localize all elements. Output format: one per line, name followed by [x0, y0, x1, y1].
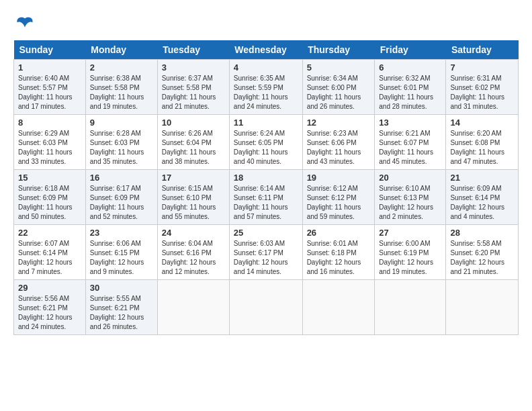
day-number: 6 [379, 62, 441, 73]
day-info: Sunrise: 6:38 AM Sunset: 5:58 PM Dayligh… [90, 74, 153, 111]
day-number: 29 [18, 283, 81, 293]
day-info: Sunrise: 6:40 AM Sunset: 5:57 PM Dayligh… [18, 74, 81, 111]
day-number: 3 [162, 62, 225, 73]
day-number: 25 [234, 228, 298, 238]
calendar-cell: 7Sunrise: 6:31 AM Sunset: 6:02 PM Daylig… [446, 60, 519, 115]
day-number: 1 [18, 62, 81, 73]
calendar-cell: 6Sunrise: 6:32 AM Sunset: 6:01 PM Daylig… [375, 60, 446, 115]
calendar-week-1: 1Sunrise: 6:40 AM Sunset: 5:57 PM Daylig… [14, 60, 519, 115]
day-number: 27 [379, 228, 441, 238]
day-number: 23 [90, 228, 153, 238]
day-info: Sunrise: 6:10 AM Sunset: 6:13 PM Dayligh… [379, 184, 441, 222]
day-number: 5 [307, 62, 371, 73]
calendar-week-4: 22Sunrise: 6:07 AM Sunset: 6:14 PM Dayli… [14, 225, 519, 280]
calendar-cell: 13Sunrise: 6:21 AM Sunset: 6:07 PM Dayli… [375, 115, 446, 170]
day-number: 26 [307, 228, 371, 238]
day-number: 4 [234, 62, 298, 73]
day-number: 8 [18, 118, 81, 128]
calendar-cell: 28Sunrise: 5:58 AM Sunset: 6:20 PM Dayli… [446, 225, 519, 280]
day-info: Sunrise: 5:56 AM Sunset: 6:21 PM Dayligh… [18, 294, 81, 332]
logo [13, 13, 35, 34]
day-number: 15 [18, 173, 81, 183]
day-info: Sunrise: 6:12 AM Sunset: 6:12 PM Dayligh… [307, 184, 371, 222]
day-info: Sunrise: 6:15 AM Sunset: 6:10 PM Dayligh… [162, 184, 225, 222]
day-info: Sunrise: 6:07 AM Sunset: 6:14 PM Dayligh… [18, 239, 81, 277]
calendar-cell: 18Sunrise: 6:14 AM Sunset: 6:11 PM Dayli… [229, 170, 302, 225]
calendar-cell: 15Sunrise: 6:18 AM Sunset: 6:09 PM Dayli… [14, 170, 86, 225]
day-number: 18 [234, 173, 298, 183]
day-number: 21 [450, 173, 514, 183]
page-header [13, 13, 519, 34]
calendar-cell: 2Sunrise: 6:38 AM Sunset: 5:58 PM Daylig… [85, 60, 157, 115]
day-info: Sunrise: 6:06 AM Sunset: 6:15 PM Dayligh… [90, 239, 153, 277]
calendar-cell: 1Sunrise: 6:40 AM Sunset: 5:57 PM Daylig… [14, 60, 86, 115]
calendar-cell: 12Sunrise: 6:23 AM Sunset: 6:06 PM Dayli… [302, 115, 375, 170]
calendar-cell: 17Sunrise: 6:15 AM Sunset: 6:10 PM Dayli… [157, 170, 229, 225]
day-number: 13 [379, 118, 441, 128]
calendar-cell: 8Sunrise: 6:29 AM Sunset: 6:03 PM Daylig… [14, 115, 86, 170]
day-header-sunday: Sunday [14, 40, 86, 60]
calendar-cell: 26Sunrise: 6:01 AM Sunset: 6:18 PM Dayli… [302, 225, 375, 280]
calendar-cell: 19Sunrise: 6:12 AM Sunset: 6:12 PM Dayli… [302, 170, 375, 225]
calendar-cell: 14Sunrise: 6:20 AM Sunset: 6:08 PM Dayli… [446, 115, 519, 170]
day-number: 28 [450, 228, 514, 238]
calendar-cell: 9Sunrise: 6:28 AM Sunset: 6:03 PM Daylig… [85, 115, 157, 170]
calendar-cell: 27Sunrise: 6:00 AM Sunset: 6:19 PM Dayli… [375, 225, 446, 280]
calendar-cell: 16Sunrise: 6:17 AM Sunset: 6:09 PM Dayli… [85, 170, 157, 225]
calendar-cell: 21Sunrise: 6:09 AM Sunset: 6:14 PM Dayli… [446, 170, 519, 225]
day-header-saturday: Saturday [446, 40, 519, 60]
calendar-cell: 11Sunrise: 6:24 AM Sunset: 6:05 PM Dayli… [229, 115, 302, 170]
day-info: Sunrise: 6:04 AM Sunset: 6:16 PM Dayligh… [162, 239, 225, 277]
day-info: Sunrise: 6:28 AM Sunset: 6:03 PM Dayligh… [90, 129, 153, 167]
day-info: Sunrise: 6:35 AM Sunset: 5:59 PM Dayligh… [234, 74, 298, 111]
calendar-cell: 10Sunrise: 6:26 AM Sunset: 6:04 PM Dayli… [157, 115, 229, 170]
day-number: 30 [90, 283, 153, 293]
day-header-thursday: Thursday [302, 40, 375, 60]
day-info: Sunrise: 5:55 AM Sunset: 6:21 PM Dayligh… [90, 294, 153, 332]
calendar-cell [229, 280, 302, 335]
calendar-table: SundayMondayTuesdayWednesdayThursdayFrid… [13, 40, 519, 335]
day-number: 24 [162, 228, 225, 238]
calendar-cell: 25Sunrise: 6:03 AM Sunset: 6:17 PM Dayli… [229, 225, 302, 280]
calendar-cell: 24Sunrise: 6:04 AM Sunset: 6:16 PM Dayli… [157, 225, 229, 280]
day-info: Sunrise: 6:18 AM Sunset: 6:09 PM Dayligh… [18, 184, 81, 222]
day-info: Sunrise: 6:21 AM Sunset: 6:07 PM Dayligh… [379, 129, 441, 167]
calendar-week-3: 15Sunrise: 6:18 AM Sunset: 6:09 PM Dayli… [14, 170, 519, 225]
calendar-cell: 22Sunrise: 6:07 AM Sunset: 6:14 PM Dayli… [14, 225, 86, 280]
day-number: 11 [234, 118, 298, 128]
day-header-wednesday: Wednesday [229, 40, 302, 60]
calendar-cell: 3Sunrise: 6:37 AM Sunset: 5:58 PM Daylig… [157, 60, 229, 115]
day-number: 10 [162, 118, 225, 128]
logo-bird-icon [15, 13, 35, 34]
day-info: Sunrise: 6:23 AM Sunset: 6:06 PM Dayligh… [307, 129, 371, 167]
day-info: Sunrise: 6:01 AM Sunset: 6:18 PM Dayligh… [307, 239, 371, 277]
day-header-monday: Monday [85, 40, 157, 60]
day-number: 16 [90, 173, 153, 183]
calendar-cell: 20Sunrise: 6:10 AM Sunset: 6:13 PM Dayli… [375, 170, 446, 225]
day-number: 12 [307, 118, 371, 128]
day-number: 9 [90, 118, 153, 128]
calendar-week-5: 29Sunrise: 5:56 AM Sunset: 6:21 PM Dayli… [14, 280, 519, 335]
calendar-week-2: 8Sunrise: 6:29 AM Sunset: 6:03 PM Daylig… [14, 115, 519, 170]
day-number: 14 [450, 118, 514, 128]
day-number: 22 [18, 228, 81, 238]
calendar-cell [302, 280, 375, 335]
day-info: Sunrise: 6:24 AM Sunset: 6:05 PM Dayligh… [234, 129, 298, 167]
day-header-tuesday: Tuesday [157, 40, 229, 60]
day-info: Sunrise: 6:09 AM Sunset: 6:14 PM Dayligh… [450, 184, 514, 222]
day-info: Sunrise: 6:00 AM Sunset: 6:19 PM Dayligh… [379, 239, 441, 277]
calendar-cell [446, 280, 519, 335]
calendar-cell: 30Sunrise: 5:55 AM Sunset: 6:21 PM Dayli… [85, 280, 157, 335]
day-info: Sunrise: 6:03 AM Sunset: 6:17 PM Dayligh… [234, 239, 298, 277]
calendar-cell: 23Sunrise: 6:06 AM Sunset: 6:15 PM Dayli… [85, 225, 157, 280]
day-info: Sunrise: 6:34 AM Sunset: 6:00 PM Dayligh… [307, 74, 371, 111]
calendar-cell: 5Sunrise: 6:34 AM Sunset: 6:00 PM Daylig… [302, 60, 375, 115]
day-info: Sunrise: 6:32 AM Sunset: 6:01 PM Dayligh… [379, 74, 441, 111]
day-info: Sunrise: 5:58 AM Sunset: 6:20 PM Dayligh… [450, 239, 514, 277]
day-info: Sunrise: 6:26 AM Sunset: 6:04 PM Dayligh… [162, 129, 225, 167]
day-number: 17 [162, 173, 225, 183]
day-info: Sunrise: 6:20 AM Sunset: 6:08 PM Dayligh… [450, 129, 514, 167]
day-info: Sunrise: 6:29 AM Sunset: 6:03 PM Dayligh… [18, 129, 81, 167]
day-header-friday: Friday [375, 40, 446, 60]
day-info: Sunrise: 6:37 AM Sunset: 5:58 PM Dayligh… [162, 74, 225, 111]
